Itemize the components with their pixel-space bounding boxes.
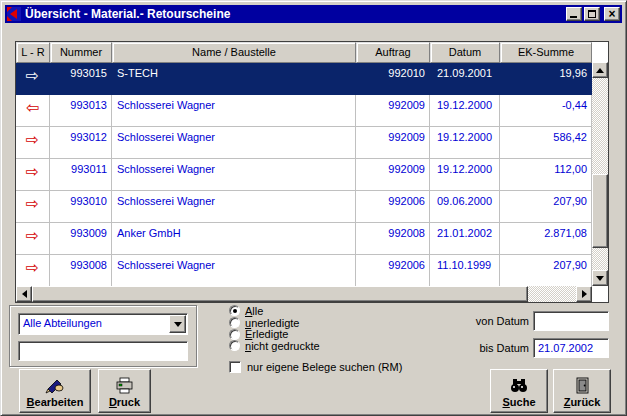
arrow-left-icon xyxy=(22,290,27,298)
scroll-down-button[interactable] xyxy=(592,270,608,286)
vertical-scrollbar[interactable] xyxy=(592,42,608,302)
cell-auftrag: 992009 xyxy=(356,127,430,158)
cell-ek-summe: 2.871,08 xyxy=(500,223,592,254)
table-row[interactable]: ⇨993009Anker GmbH99200821.01.20022.871,0… xyxy=(16,223,592,255)
cell-auftrag: 992008 xyxy=(356,223,430,254)
zurueck-button[interactable]: Zurück xyxy=(553,369,611,413)
title-bar: Übersicht - Material.- Retourscheine × xyxy=(5,5,622,23)
table-row[interactable]: ⇨993015S-TECH99201021.09.200119,96 xyxy=(16,63,592,95)
close-button[interactable]: × xyxy=(604,7,620,21)
cell-datum: 09.06.2000 xyxy=(430,191,500,222)
cell-ek-summe: 112,00 xyxy=(500,159,592,190)
cell-nummer: 993010 xyxy=(50,191,112,222)
table-row[interactable]: ⇨993010Schlosserei Wagner99200609.06.200… xyxy=(16,191,592,223)
direction-arrow-right-icon: ⇨ xyxy=(16,63,50,94)
radio-label-erledigte: Erledigte xyxy=(245,328,288,340)
von-datum-input[interactable] xyxy=(533,311,609,331)
minimize-button[interactable] xyxy=(566,7,582,21)
column-header-l-r[interactable]: L - R xyxy=(16,42,50,63)
records-grid: L - RNummerName / BaustelleAuftragDatumE… xyxy=(15,41,609,303)
table-row[interactable]: ⇨993012Schlosserei Wagner99200919.12.200… xyxy=(16,127,592,159)
direction-arrow-right-icon: ⇨ xyxy=(16,127,50,158)
writing-hand-icon xyxy=(45,376,65,395)
cell-datum: 19.12.2000 xyxy=(430,95,500,126)
own-documents-checkbox-label: nur eigene Belege suchen (RM) xyxy=(247,361,402,373)
cell-nummer: 993008 xyxy=(50,255,112,286)
cell-name-baustelle: Schlosserei Wagner xyxy=(112,95,356,126)
status-radio-group: AlleunerledigteErledigtenicht gedruckte xyxy=(229,305,419,352)
cell-datum: 21.01.2002 xyxy=(430,223,500,254)
department-dropdown-value: Alle Abteilungen xyxy=(19,314,168,334)
cell-name-baustelle: S-TECH xyxy=(112,63,356,94)
maximize-icon xyxy=(588,10,596,18)
radio-option-alle[interactable]: Alle xyxy=(229,305,419,317)
column-header-ek-summe[interactable]: EK-Summe xyxy=(500,42,592,63)
von-datum-label: von Datum xyxy=(441,315,529,327)
close-icon: × xyxy=(605,7,619,21)
radio-button-erledigte[interactable] xyxy=(229,329,240,340)
cell-name-baustelle: Schlosserei Wagner xyxy=(112,191,356,222)
radio-option-nicht-gedruckte[interactable]: nicht gedruckte xyxy=(229,340,419,352)
direction-arrow-right-icon: ⇨ xyxy=(16,159,50,190)
cell-name-baustelle: Schlosserei Wagner xyxy=(112,255,356,286)
arrow-right-icon xyxy=(582,290,587,298)
cell-nummer: 993013 xyxy=(50,95,112,126)
horizontal-scrollbar[interactable] xyxy=(16,286,592,302)
cell-datum: 19.12.2000 xyxy=(430,127,500,158)
scrollbar-header-spacer xyxy=(592,42,608,62)
column-header-nummer[interactable]: Nummer xyxy=(50,42,112,63)
app-window: Übersicht - Material.- Retourscheine × L… xyxy=(0,0,627,416)
chevron-down-icon xyxy=(174,322,182,327)
horizontal-scroll-thumb[interactable] xyxy=(32,286,528,302)
vertical-scroll-track[interactable] xyxy=(592,78,608,270)
arrow-down-icon xyxy=(596,276,604,281)
own-documents-checkbox-row[interactable]: nur eigene Belege suchen (RM) xyxy=(229,361,402,373)
table-header: L - RNummerName / BaustelleAuftragDatumE… xyxy=(16,42,592,63)
column-header-name-baustelle[interactable]: Name / Baustelle xyxy=(112,42,356,63)
vertical-scroll-thumb[interactable] xyxy=(592,174,608,248)
arrow-up-icon xyxy=(596,68,604,73)
direction-arrow-right-icon: ⇨ xyxy=(16,191,50,222)
radio-button-unerledigte[interactable] xyxy=(229,317,240,328)
bearbeiten-button[interactable]: Bearbeiten xyxy=(19,369,91,413)
radio-option-unerledigte[interactable]: unerledigte xyxy=(229,317,419,329)
radio-button-nicht-gedruckte[interactable] xyxy=(229,340,240,351)
cell-auftrag: 992006 xyxy=(356,191,430,222)
radio-option-erledigte[interactable]: Erledigte xyxy=(229,328,419,340)
cell-nummer: 993011 xyxy=(50,159,112,190)
cell-name-baustelle: Schlosserei Wagner xyxy=(112,127,356,158)
door-exit-icon xyxy=(576,376,589,395)
suche-button[interactable]: Suche xyxy=(490,369,548,413)
printer-icon xyxy=(115,376,134,395)
table-row[interactable]: ⇨993008Schlosserei Wagner99200611.10.199… xyxy=(16,255,592,286)
cell-ek-summe: 586,42 xyxy=(500,127,592,158)
app-icon xyxy=(7,7,21,21)
scroll-right-button[interactable] xyxy=(576,286,592,302)
cell-nummer: 993012 xyxy=(50,127,112,158)
cell-datum: 21.09.2001 xyxy=(430,63,500,94)
radio-label-alle: Alle xyxy=(245,305,263,317)
department-search-input[interactable] xyxy=(18,341,188,361)
bis-datum-input[interactable] xyxy=(533,338,609,358)
table-row[interactable]: ⇦993013Schlosserei Wagner99200919.12.200… xyxy=(16,95,592,127)
horizontal-scroll-track[interactable] xyxy=(32,286,576,302)
maximize-button[interactable] xyxy=(584,7,600,21)
grid-main: L - RNummerName / BaustelleAuftragDatumE… xyxy=(16,42,592,286)
department-dropdown[interactable]: Alle Abteilungen xyxy=(18,313,188,335)
scroll-left-button[interactable] xyxy=(16,286,32,302)
cell-ek-summe: 19,96 xyxy=(500,63,592,94)
druck-button[interactable]: Druck xyxy=(98,369,151,413)
cell-ek-summe: -0,44 xyxy=(500,95,592,126)
cell-datum: 11.10.1999 xyxy=(430,255,500,286)
scroll-up-button[interactable] xyxy=(592,62,608,78)
dropdown-button[interactable] xyxy=(169,315,186,333)
department-groupbox: Alle Abteilungen xyxy=(9,305,197,367)
cell-auftrag: 992009 xyxy=(356,159,430,190)
binoculars-icon xyxy=(510,376,528,395)
column-header-auftrag[interactable]: Auftrag xyxy=(356,42,430,63)
column-header-datum[interactable]: Datum xyxy=(430,42,500,63)
own-documents-checkbox[interactable] xyxy=(229,361,241,373)
table-row[interactable]: ⇨993011Schlosserei Wagner99200919.12.200… xyxy=(16,159,592,191)
radio-button-alle[interactable] xyxy=(229,305,240,316)
cell-ek-summe: 207,90 xyxy=(500,255,592,286)
